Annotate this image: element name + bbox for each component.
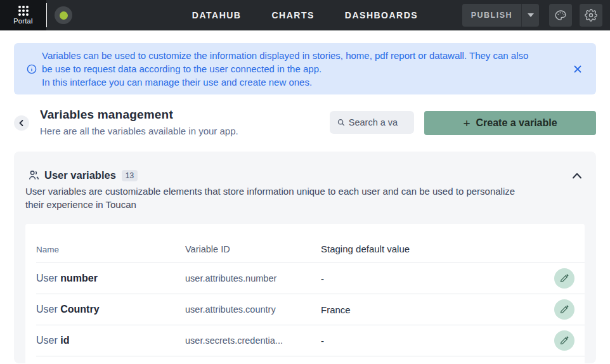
card-header: User variables 13 [25,169,585,181]
edit-variable-button[interactable] [554,330,574,351]
status-dot-icon [60,11,68,20]
variable-name-prefix: User [36,335,58,346]
staging-value: France [321,304,554,315]
theme-button[interactable] [549,4,572,27]
caret-down-icon [528,13,534,17]
page-subtitle: Here are all the variables available in … [40,126,238,136]
search-input[interactable] [349,117,409,127]
page-titles: Variables management Here are all the va… [40,108,238,136]
portal-button[interactable]: Portal [0,0,46,30]
variable-id: user.attributes.number [185,273,321,283]
banner-close-button[interactable] [573,65,582,74]
table-row: User number user.attributes.number - [36,263,585,294]
variable-name: Country [60,304,99,315]
edit-variable-button[interactable] [554,299,574,320]
variable-name-prefix: User [36,304,58,315]
top-bar: Portal DATAHUB CHARTS DASHBOARDS PUBLISH [0,0,610,30]
table-row: User Country user.attributes.country Fra… [36,294,585,325]
user-avatar[interactable] [55,6,72,24]
close-icon [573,65,582,74]
main-nav: DATAHUB CHARTS DASHBOARDS [192,0,418,30]
search-icon [337,118,345,127]
banner-text: Variables can be used to customize the i… [42,49,563,89]
publish-button[interactable]: PUBLISH [462,4,521,27]
card-title: User variables [44,169,116,181]
collapse-button[interactable] [572,172,582,179]
user-variables-card: User variables 13 User variables are cus… [14,152,596,363]
variables-table: Name Variable ID Staging default value U… [25,224,585,363]
topbar-actions: PUBLISH [462,4,610,27]
nav-item-dashboards[interactable]: DASHBOARDS [345,10,418,20]
plus-icon: + [463,117,470,129]
column-header-staging: Staging default value [321,244,574,254]
users-icon [28,169,40,181]
table-row: User id user.secrets.credentia... - [36,325,585,356]
variable-name: number [60,273,98,283]
nav-item-datahub[interactable]: DATAHUB [192,10,242,20]
variable-name: id [60,335,69,346]
pencil-icon [559,304,569,315]
table-header-row: Name Variable ID Staging default value [36,224,585,263]
chevron-left-icon [18,119,25,127]
publish-dropdown-toggle[interactable] [521,4,539,27]
count-badge: 13 [122,170,138,181]
edit-variable-button[interactable] [554,268,574,289]
gear-icon [585,9,597,22]
settings-button[interactable] [580,4,602,27]
publish-split-button: PUBLISH [462,4,539,27]
nav-item-charts[interactable]: CHARTS [271,10,314,20]
staging-value: - [321,273,554,284]
pencil-icon [559,273,569,283]
apps-grid-icon [18,6,29,16]
back-button[interactable] [14,115,29,131]
column-header-name: Name [36,245,185,254]
page-header: Variables management Here are all the va… [14,108,596,136]
info-banner: Variables can be used to customize the i… [14,43,596,94]
palette-icon [554,9,568,22]
info-icon [27,64,37,74]
portal-label: Portal [13,17,33,25]
column-header-variable-id: Variable ID [185,244,321,254]
search-box [330,111,414,134]
variable-name-prefix: User [36,273,58,283]
topbar-divider [46,3,47,27]
staging-value: - [321,335,554,346]
card-description: User variables are customizable elements… [25,185,523,211]
page-title: Variables management [40,108,238,122]
header-actions: + Create a variable [330,111,596,135]
variable-id: user.attributes.country [185,304,321,315]
variable-id: user.secrets.credentia... [185,335,321,346]
create-variable-button[interactable]: + Create a variable [424,111,596,135]
pencil-icon [559,335,569,346]
chevron-up-icon [572,172,582,179]
